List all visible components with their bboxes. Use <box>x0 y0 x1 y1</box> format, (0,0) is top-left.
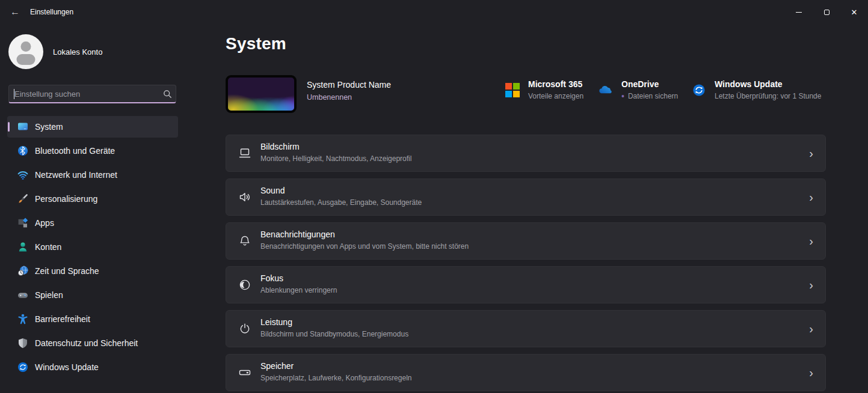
sidebar-item-privacy[interactable]: Datenschutz und Sicherheit <box>7 332 178 354</box>
focus-moon-icon <box>238 278 252 292</box>
settings-list: Bildschirm Monitore, Helligkeit, Nachtmo… <box>226 135 826 393</box>
microsoft-365-card[interactable]: Microsoft 365 Vorteile anzeigen <box>504 79 583 100</box>
row-storage[interactable]: Speicher Speicherplatz, Laufwerke, Konfi… <box>226 354 826 391</box>
status-dot: • <box>621 93 624 99</box>
selected-indicator <box>8 122 10 132</box>
back-arrow-icon: ← <box>10 7 20 17</box>
sound-icon <box>238 190 252 204</box>
sidebar-item-personalization[interactable]: Personalisierung <box>7 188 178 210</box>
row-notifications[interactable]: Benachrichtigungen Benachrichtigungen vo… <box>226 222 826 260</box>
sidebar-nav: System Bluetooth und Geräte <box>7 116 178 380</box>
search-icon[interactable] <box>159 89 176 99</box>
user-account[interactable]: Lokales Konto <box>8 34 199 69</box>
windows-update-card[interactable]: Windows Update Letzte Überprüfung: vor 1… <box>691 79 821 100</box>
sidebar-item-windows-update[interactable]: Windows Update <box>7 356 178 378</box>
onedrive-card[interactable]: OneDrive • Dateien sichern <box>597 79 678 100</box>
device-header: System Product Name Umbenennen Microsoft… <box>226 75 826 113</box>
maximize-button[interactable] <box>813 0 840 24</box>
account-person-icon <box>17 241 29 253</box>
row-focus[interactable]: Fokus Ablenkungen verringern › <box>226 266 826 303</box>
minimize-button[interactable] <box>785 0 813 24</box>
sidebar-item-time-language[interactable]: Zeit und Sprache <box>7 260 178 282</box>
row-display[interactable]: Bildschirm Monitore, Helligkeit, Nachtmo… <box>226 135 826 172</box>
close-button[interactable]: ✕ <box>840 0 868 24</box>
windows-update-status-icon <box>691 83 707 97</box>
sidebar-item-accessibility[interactable]: Barrierefreiheit <box>7 308 178 330</box>
system-icon <box>17 121 29 133</box>
paintbrush-icon <box>17 193 29 205</box>
sidebar-item-bluetooth[interactable]: Bluetooth und Geräte <box>7 140 178 162</box>
close-icon: ✕ <box>851 8 858 16</box>
chevron-right-icon: › <box>809 235 813 247</box>
sidebar-item-label: System <box>35 122 63 132</box>
back-button[interactable]: ← <box>5 4 25 20</box>
bluetooth-icon <box>17 145 29 157</box>
maximize-icon <box>824 10 830 15</box>
accessibility-icon <box>17 313 29 325</box>
chevron-right-icon: › <box>809 323 813 335</box>
app-title: Einstellungen <box>30 8 73 16</box>
chevron-right-icon: › <box>809 279 813 291</box>
titlebar: ← Einstellungen ✕ <box>0 0 868 24</box>
row-sound[interactable]: Sound Lautstärkestufen, Ausgabe, Eingabe… <box>226 178 826 216</box>
avatar <box>8 34 43 69</box>
apps-icon <box>17 217 29 229</box>
text-caret <box>14 89 14 99</box>
window-controls: ✕ <box>785 0 868 24</box>
power-icon <box>238 321 252 336</box>
wifi-icon <box>17 169 29 181</box>
chevron-right-icon: › <box>809 147 813 159</box>
gamepad-icon <box>17 289 29 301</box>
storage-drive-icon <box>238 365 252 380</box>
bell-icon <box>238 234 252 248</box>
time-language-icon <box>17 265 29 277</box>
row-power[interactable]: Leistung Bildschirm und Standbymodus, En… <box>226 310 826 347</box>
sidebar-item-apps[interactable]: Apps <box>7 212 178 234</box>
sidebar-item-network[interactable]: Netzwerk und Internet <box>7 164 178 186</box>
onedrive-cloud-icon <box>597 84 614 96</box>
page-title: System <box>226 34 286 53</box>
user-name: Lokales Konto <box>53 47 102 56</box>
shield-icon <box>17 337 29 349</box>
sidebar-item-accounts[interactable]: Konten <box>7 236 178 258</box>
chevron-right-icon: › <box>809 191 813 203</box>
search-box <box>8 85 176 103</box>
sidebar-item-system[interactable]: System <box>7 116 178 138</box>
microsoft-logo-icon <box>504 83 521 97</box>
avatar-person-icon <box>21 41 31 52</box>
minimize-icon <box>796 12 802 13</box>
windows-update-icon <box>17 361 29 373</box>
search-input[interactable] <box>9 90 159 99</box>
display-icon <box>238 146 252 160</box>
device-name: System Product Name <box>307 80 391 90</box>
sidebar-item-gaming[interactable]: Spielen <box>7 284 178 306</box>
rename-link[interactable]: Umbenennen <box>307 93 391 102</box>
chevron-right-icon: › <box>809 367 813 379</box>
sidebar: Lokales Konto System <box>0 24 199 393</box>
device-wallpaper-thumbnail <box>226 75 297 113</box>
